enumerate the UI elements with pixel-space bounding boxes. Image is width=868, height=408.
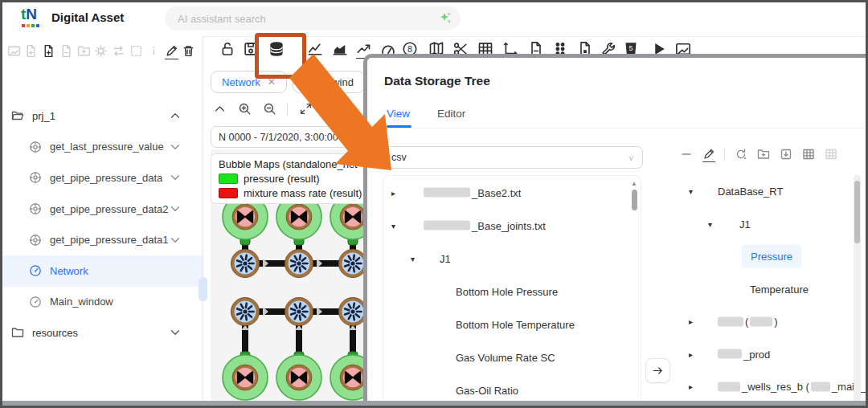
chevron-down-icon[interactable] — [169, 171, 182, 184]
pencil-icon — [165, 44, 178, 59]
chart-line-tool-button[interactable] — [306, 41, 324, 59]
table-button[interactable] — [824, 148, 837, 161]
source-tree-row[interactable]: ▸_Base2.txt — [383, 176, 641, 209]
zoom-out-icon — [263, 102, 276, 116]
label-text: _Base_joints.txt — [472, 219, 546, 231]
file-minus-button[interactable] — [59, 44, 73, 59]
right-scrollbar-thumb[interactable] — [854, 181, 860, 243]
ai-search-input[interactable] — [165, 6, 461, 31]
chart-area-tool-button[interactable] — [331, 41, 349, 59]
caret-right-icon[interactable]: ▸ — [689, 317, 693, 326]
source-tree-row[interactable]: Bottom Hole Temperature — [383, 308, 641, 341]
right-scrollbar-track[interactable] — [854, 175, 861, 408]
tree-node-label[interactable]: _prod — [718, 348, 770, 360]
tree-node-label[interactable]: Pressure — [742, 245, 801, 268]
fit-vertical-button[interactable] — [334, 102, 349, 116]
tree-node-label[interactable]: _Base2.txt — [424, 186, 521, 198]
tree-node-label[interactable]: _wells_res_b (_main_well) — [718, 381, 868, 393]
swap-button[interactable] — [112, 44, 126, 59]
tree-node-label[interactable]: Gas Volume Rate SC — [456, 351, 555, 363]
chevron-down-icon[interactable] — [169, 141, 182, 153]
transfer-right-button[interactable] — [645, 358, 670, 383]
sidebar-item-get_pipe_pressure_data[interactable]: get_pipe_pressure_data — [0, 162, 203, 194]
lock-open-tool-button[interactable] — [219, 41, 236, 59]
image-edit-button[interactable] — [6, 44, 21, 59]
sidebar-item-get_pipe_pressure_data2[interactable]: get_pipe_pressure_data2 — [0, 194, 203, 225]
chevron-down-icon[interactable] — [169, 202, 182, 215]
chevron-down-icon[interactable] — [169, 234, 182, 247]
sidebar-item-network[interactable]: Network — [0, 255, 203, 287]
tree-node-label[interactable]: () — [718, 316, 778, 328]
target-tree-row[interactable]: Pressure — [679, 240, 849, 273]
source-tree-row[interactable]: Gas Volume Rate SC — [383, 341, 641, 373]
refresh-button[interactable] — [734, 148, 747, 161]
source-tree-row[interactable]: ▾J1 — [383, 242, 641, 275]
gear-button[interactable] — [94, 44, 108, 59]
select-area-button[interactable] — [129, 44, 144, 59]
modal-tab-view[interactable]: View — [387, 108, 410, 120]
sidebar-item-get_pipe_pressure_data1[interactable]: get_pipe_pressure_data1 — [0, 224, 203, 255]
tree-node-label[interactable]: Gas-Oil Ratio — [456, 384, 518, 396]
caret-down-icon[interactable]: ▾ — [411, 254, 415, 263]
expand-button[interactable] — [298, 102, 313, 116]
file-plus-button[interactable] — [24, 44, 39, 59]
scroll-up-arrow[interactable]: ▲ — [631, 180, 637, 187]
scrollbar-thumb[interactable] — [632, 190, 637, 210]
zoom-in-button[interactable] — [237, 102, 252, 116]
arrow-right-icon — [652, 365, 664, 377]
pencil-button[interactable] — [164, 44, 178, 59]
chevron-up-button[interactable] — [212, 102, 227, 116]
sidebar-item-resources[interactable]: resources — [0, 317, 203, 349]
folder-plus-button[interactable] — [76, 44, 91, 59]
target-tree-row[interactable]: Temperature — [679, 273, 849, 306]
download-icon — [780, 148, 792, 161]
chevron-down-icon[interactable] — [169, 326, 182, 339]
sidebar-item-prj_1[interactable]: prj_1 — [0, 100, 203, 132]
pencil-button[interactable] — [702, 148, 715, 161]
table-button[interactable] — [801, 148, 815, 161]
panel-collapse-handle[interactable] — [199, 277, 207, 301]
folder-plus-button[interactable] — [756, 148, 770, 161]
project-sidebar: prj_1get_last_pressure_valueget_pipe_pre… — [0, 36, 203, 401]
source-tree-row[interactable]: ▾_Base_joints.txt — [383, 209, 641, 242]
tree-node-label[interactable]: Bottom Hole Pressure — [456, 285, 558, 297]
target-tree-row[interactable]: ▾DataBase_RT — [679, 175, 849, 208]
redacted-text — [424, 221, 470, 231]
format-select[interactable]: csv ∨ — [383, 146, 643, 169]
window-bottom-bar — [0, 401, 868, 406]
modal-tab-editor[interactable]: Editor — [437, 108, 465, 120]
modal-tabs: ViewEditor — [387, 108, 465, 120]
snapshot-select[interactable]: N 0000 - 7/1/2020, 3:00:00 A — [211, 126, 371, 148]
legend-entry: mixture mass rate (result) — [219, 187, 360, 199]
zoom-out-button[interactable] — [262, 102, 276, 116]
caret-down-icon[interactable]: ▾ — [708, 219, 712, 228]
tree-node-label[interactable]: J1 — [440, 252, 451, 264]
chart-line-icon — [307, 41, 323, 57]
download-button[interactable] — [779, 148, 792, 161]
info-button[interactable] — [146, 44, 161, 59]
caret-right-icon[interactable]: ▸ — [689, 349, 693, 358]
target-tree-row[interactable]: ▸ () — [679, 305, 849, 338]
caret-right-icon[interactable]: ▸ — [391, 188, 395, 197]
caret-right-icon[interactable]: ▸ — [689, 382, 693, 391]
tree-node-label[interactable]: J1 — [739, 218, 751, 230]
database-highlight-box — [255, 33, 306, 79]
trash-button[interactable] — [182, 44, 196, 59]
source-tree-row[interactable]: Bottom Hole Pressure — [383, 275, 641, 308]
target-tree-row[interactable]: ▾J1 — [679, 208, 849, 241]
target-tree-row[interactable]: ▸_wells_res_b (_main_well) — [679, 370, 849, 403]
target-tree-list: ▾DataBase_RT▾J1PressureTemperature▸ ()▸_… — [679, 175, 849, 408]
bubble-maps-legend: Bubble Maps (standalone_net pressure (re… — [211, 153, 368, 204]
target-tree-row[interactable]: ▸_prod — [679, 338, 849, 371]
tree-node-label[interactable]: DataBase_RT — [718, 186, 783, 198]
minus-button[interactable] — [679, 148, 693, 161]
tree-node-label[interactable]: _Base_joints.txt — [424, 219, 546, 231]
caret-down-icon[interactable]: ▾ — [689, 187, 693, 196]
file-plus-button[interactable] — [42, 44, 56, 59]
sidebar-item-get_last_pressure_value[interactable]: get_last_pressure_value — [0, 132, 203, 163]
tree-node-label[interactable]: Temperature — [750, 283, 809, 295]
caret-down-icon[interactable]: ▾ — [391, 221, 395, 230]
sidebar-item-main_window[interactable]: Main_window — [0, 287, 203, 318]
tree-node-label[interactable]: Bottom Hole Temperature — [456, 318, 575, 330]
chevron-up-icon[interactable] — [169, 109, 182, 122]
